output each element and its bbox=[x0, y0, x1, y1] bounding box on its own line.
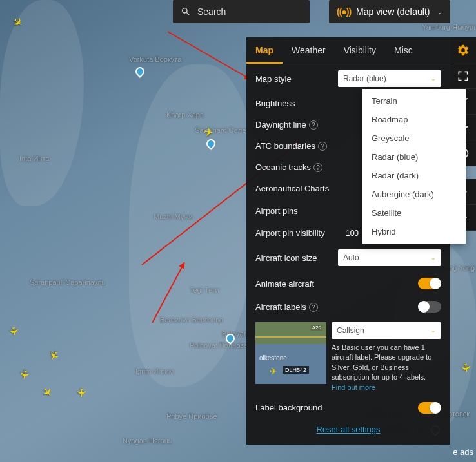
labels-label: Aircraft labels? bbox=[255, 302, 318, 312]
preview-town-label: olkestone bbox=[259, 354, 287, 361]
preview-aircraft-icon: ✈ bbox=[270, 366, 277, 376]
help-icon[interactable]: ? bbox=[313, 163, 322, 172]
map-style-option-radar-dark[interactable]: Radar (dark) bbox=[362, 166, 466, 185]
search-input[interactable]: Search bbox=[173, 0, 310, 23]
place-label: Berezovo Берёзово bbox=[160, 316, 223, 323]
settings-button[interactable] bbox=[450, 37, 476, 63]
place-label: Nyagan Нягань bbox=[123, 437, 172, 445]
search-icon bbox=[181, 6, 191, 17]
help-icon[interactable]: ? bbox=[309, 120, 318, 130]
label-preview: A20 olkestone ✈ DLH542 bbox=[255, 322, 326, 384]
ads-text: e ads bbox=[453, 447, 473, 457]
atc-label: ATC boundaries? bbox=[255, 141, 327, 151]
oceanic-label: Oceanic tracks? bbox=[255, 162, 322, 172]
place-label: Pribye Приобье bbox=[166, 412, 217, 420]
place-label: Polnovat Полноват bbox=[190, 342, 251, 349]
place-label: Igrim Игрим bbox=[135, 367, 174, 375]
tab-weather[interactable]: Weather bbox=[283, 37, 335, 64]
place-label: Muzhi Мужи bbox=[154, 213, 193, 220]
airport-pins-label: Airport pins bbox=[255, 206, 298, 216]
icon-size-select[interactable]: Auto ⌄ bbox=[338, 249, 441, 266]
map-style-option-hybrid[interactable]: Hybrid bbox=[362, 222, 466, 241]
mapview-label: Map view (default) bbox=[356, 6, 430, 17]
aero-label: Aeronautical Charts bbox=[255, 184, 329, 193]
airport-pin-vis-label: Airport pin visibility bbox=[255, 228, 325, 238]
place-label: Vorkuta Воркута bbox=[129, 55, 181, 63]
map-style-option-greyscale[interactable]: Greyscale bbox=[362, 129, 466, 148]
tab-misc[interactable]: Misc bbox=[385, 37, 422, 64]
icon-size-label: Aircraft icon size bbox=[255, 253, 317, 263]
airport-pin-vis-value: 100 bbox=[346, 229, 359, 238]
search-placeholder: Search bbox=[197, 6, 226, 17]
label-bg-toggle[interactable] bbox=[418, 402, 441, 414]
chevron-down-icon: ⌄ bbox=[437, 8, 442, 15]
tab-visibility[interactable]: Visibility bbox=[335, 37, 385, 64]
labels-toggle[interactable] bbox=[418, 301, 441, 313]
map-style-option-terrain[interactable]: Terrain bbox=[362, 91, 466, 110]
settings-tabs: Map Weather Visibility Misc bbox=[246, 37, 450, 64]
place-label: Kharp Харп bbox=[166, 111, 204, 119]
map-style-label: Map style bbox=[255, 74, 292, 84]
upsell-text: As Basic user you can have 1 aircraft la… bbox=[332, 343, 441, 392]
map-style-select[interactable]: Radar (blue) ⌄ bbox=[338, 70, 441, 87]
map-style-option-roadmap[interactable]: Roadmap bbox=[362, 110, 466, 129]
reset-link[interactable]: Reset all settings bbox=[246, 419, 450, 439]
icon-size-value: Auto bbox=[343, 253, 359, 262]
preview-callsign: DLH542 bbox=[283, 366, 309, 374]
map-style-option-radar-blue[interactable]: Radar (blue) bbox=[362, 148, 466, 166]
place-label: Inta Инта bbox=[19, 155, 49, 162]
brightness-label: Brightness bbox=[255, 99, 295, 108]
animate-toggle[interactable] bbox=[418, 278, 441, 289]
map-style-option-aubergine[interactable]: Aubergine (dark) bbox=[362, 185, 466, 204]
place-label: Saranpaul' Саранпауль bbox=[30, 278, 105, 286]
tab-map[interactable]: Map bbox=[246, 37, 283, 64]
animate-label: Animate aircraft bbox=[255, 279, 314, 289]
upsell-link[interactable]: Find out more bbox=[332, 383, 375, 391]
map-style-dropdown: Terrain Roadmap Greyscale Radar (blue) R… bbox=[362, 89, 466, 244]
label-bg-label: Label background bbox=[255, 403, 322, 412]
help-icon[interactable]: ? bbox=[309, 303, 318, 312]
place-label: Yamburg Ямбург bbox=[422, 23, 476, 31]
label-type-value: Callsign bbox=[337, 326, 364, 335]
map-style-value: Radar (blue) bbox=[343, 74, 386, 83]
aircraft-icon[interactable]: ✈ bbox=[74, 388, 88, 398]
daynight-label: Day/night line? bbox=[255, 120, 318, 130]
map-style-option-satellite[interactable]: Satellite bbox=[362, 204, 466, 222]
chevron-down-icon: ⌄ bbox=[431, 255, 436, 261]
help-icon[interactable]: ? bbox=[318, 142, 327, 151]
chevron-down-icon: ⌄ bbox=[431, 327, 436, 334]
fullscreen-button[interactable] bbox=[450, 63, 476, 89]
broadcast-icon: ((●)) bbox=[337, 6, 351, 17]
label-type-select[interactable]: Callsign ⌄ bbox=[332, 322, 441, 339]
chevron-down-icon: ⌄ bbox=[431, 75, 436, 82]
place-label: Tegi Теги bbox=[190, 286, 219, 294]
mapview-selector[interactable]: ((●)) Map view (default) ⌄ bbox=[329, 0, 450, 23]
